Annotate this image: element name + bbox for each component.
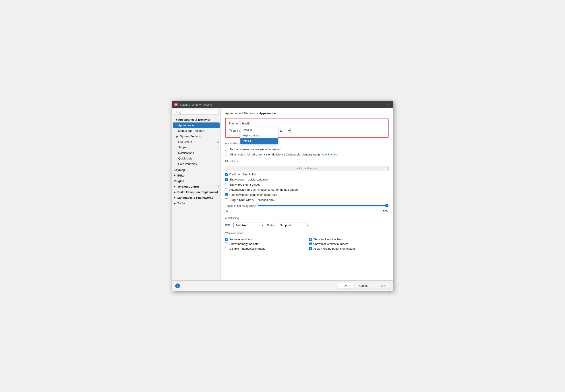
cyclic-scrolling-checkbox[interactable] <box>225 173 228 176</box>
sidebar-item-file-colors[interactable]: File Colors ⊡ <box>172 139 220 145</box>
sidebar-item-menus-toolbars[interactable]: Menus and Toolbars <box>172 128 220 134</box>
background-image-button[interactable]: Background Image... <box>225 166 388 171</box>
theme-option-high-contrast[interactable]: High contrast <box>240 133 278 138</box>
sidebar-item-notifications[interactable]: Notifications <box>172 150 220 156</box>
breadcrumb-current: Appearance <box>259 112 276 115</box>
drag-drop-text: Drag-n-Drop with ALT pressed only <box>229 198 274 202</box>
sidebar-item-version-control[interactable]: ▶ Version Control ⊡ <box>172 184 220 189</box>
screen-readers-label[interactable]: Support screen readers (requires restart… <box>225 148 282 151</box>
arrow-icon: ▾ <box>176 118 177 121</box>
tooltip-label: Tooltip initial delay (ms): <box>225 204 256 208</box>
sidebar-item-quick-lists[interactable]: Quick Lists <box>172 156 220 161</box>
color-adjust-text: Adjust colors for red-green vision defic… <box>229 153 320 156</box>
disable-mnemonics-text: Disable mnemonics in menu <box>229 247 265 250</box>
show-tree-label[interactable]: Show tree indent guides <box>225 183 260 186</box>
cyclic-scrolling-row: Cyclic scrolling in list <box>225 173 388 176</box>
ui-options-section-header: UI Options <box>225 160 388 164</box>
ok-button[interactable]: OK <box>338 283 353 289</box>
show-memory-text: Show memory indicator <box>229 242 260 246</box>
show-tool-bars-text: Show tool window bars <box>313 238 343 241</box>
auto-position-row: Automatically position mouse cursor on d… <box>225 188 388 191</box>
show-icons-checkbox[interactable] <box>225 178 228 181</box>
hide-nav-checkbox[interactable] <box>225 193 228 196</box>
dialog-body: 🔍 ▾ Appearance & Behavior Appearance Men… <box>172 108 393 280</box>
ide-antialiasing-select[interactable]: Subpixel None Greyscale <box>233 223 264 228</box>
show-tree-checkbox[interactable] <box>225 183 228 186</box>
search-icon: 🔍 <box>175 111 179 114</box>
tooltip-range-labels: 0 1200 <box>225 210 388 213</box>
use-custom-font-label[interactable]: Use cu <box>229 129 242 132</box>
disable-mnemonics-checkbox[interactable] <box>225 247 228 250</box>
dialog-title: Settings for New Projects <box>179 103 212 106</box>
theme-option-intellij[interactable]: IntelliJ <box>240 138 278 144</box>
help-button[interactable]: ? <box>175 283 180 288</box>
theme-row: Theme: IntelliJ Darcula High contrast Da… <box>229 121 385 126</box>
footer-left: ? <box>175 283 336 288</box>
sidebar-item-path-variables[interactable]: Path Variables <box>172 161 220 167</box>
drag-drop-label[interactable]: Drag-n-Drop with ALT pressed only <box>225 198 274 202</box>
size-select[interactable]: 12 <box>277 128 291 133</box>
antialiasing-row: IDE: Subpixel None Greyscale ▾ Editor: S… <box>225 223 388 228</box>
breadcrumb-part1: Appearance & Behavior <box>225 112 255 115</box>
sidebar-item-scopes[interactable]: Scopes ⊡ <box>172 145 220 150</box>
window-options-section-header: Window Options <box>225 232 388 236</box>
close-button[interactable]: × <box>387 102 391 107</box>
sidebar-item-build[interactable]: ▶ Build, Execution, Deployment <box>172 189 220 195</box>
show-tool-bars-checkbox[interactable] <box>309 238 312 241</box>
size-dropdown-wrapper[interactable]: 12 ▾ <box>277 128 291 133</box>
screen-readers-checkbox[interactable] <box>225 148 228 151</box>
color-adjust-label[interactable]: Adjust colors for red-green vision defic… <box>225 153 320 156</box>
app-icon: P <box>174 103 178 106</box>
search-input[interactable] <box>179 111 217 114</box>
allow-merging-checkbox[interactable] <box>309 247 312 250</box>
dialog-footer: ? OK Cancel Apply <box>172 280 393 291</box>
editor-antialiasing-wrapper[interactable]: Subpixel None Greyscale ▾ <box>278 223 309 228</box>
theme-popup: Darcula High contrast IntelliJ <box>240 127 278 144</box>
breadcrumb: Appearance & Behavior › Appearance <box>225 112 388 115</box>
main-content: Appearance & Behavior › Appearance Theme… <box>221 108 393 280</box>
search-box[interactable]: 🔍 <box>174 110 219 115</box>
drag-drop-checkbox[interactable] <box>225 198 228 201</box>
auto-position-checkbox[interactable] <box>225 188 228 191</box>
sidebar-item-keymap[interactable]: Keymap <box>172 167 220 173</box>
how-it-works-link[interactable]: How it works <box>321 153 338 156</box>
color-adjust-checkbox[interactable] <box>225 153 228 156</box>
cancel-button[interactable]: Cancel <box>355 283 372 289</box>
show-icons-label[interactable]: Show icons in quick navigation <box>225 178 269 181</box>
show-memory-label[interactable]: Show memory indicator <box>225 242 305 246</box>
theme-select[interactable]: IntelliJ Darcula High contrast <box>240 121 278 126</box>
show-memory-checkbox[interactable] <box>225 242 228 245</box>
animate-windows-label[interactable]: Animate windows <box>225 238 305 241</box>
sidebar-item-tools[interactable]: ▶ Tools <box>172 200 220 206</box>
copy-icon-vc: ⊡ <box>217 185 219 188</box>
tooltip-slider-container[interactable] <box>258 204 388 208</box>
animate-windows-text: Animate windows <box>229 238 252 241</box>
color-adjust-row: Adjust colors for red-green vision defic… <box>225 153 388 156</box>
theme-option-darcula[interactable]: Darcula <box>240 127 278 133</box>
sidebar-item-appearance[interactable]: Appearance <box>173 123 220 128</box>
sidebar-item-appearance-behavior[interactable]: ▾ Appearance & Behavior <box>172 117 220 123</box>
tooltip-slider[interactable] <box>258 204 388 207</box>
disable-mnemonics-label[interactable]: Disable mnemonics in menu <box>225 247 305 250</box>
sidebar-item-editor[interactable]: ▶ Editor <box>172 173 220 178</box>
show-tree-text: Show tree indent guides <box>229 183 260 186</box>
ide-antialiasing-label: IDE: <box>225 224 231 227</box>
apply-button[interactable]: Apply <box>374 283 390 289</box>
ide-antialiasing-wrapper[interactable]: Subpixel None Greyscale ▾ <box>233 223 264 228</box>
show-tool-numbers-label[interactable]: Show tool window numbers <box>309 242 388 246</box>
theme-dropdown-wrapper[interactable]: IntelliJ Darcula High contrast Darcula H… <box>240 121 278 126</box>
editor-antialiasing-select[interactable]: Subpixel None Greyscale <box>278 223 309 228</box>
show-tool-numbers-checkbox[interactable] <box>309 242 312 245</box>
sidebar-item-system-settings[interactable]: ▶ System Settings <box>172 134 220 139</box>
theme-label: Theme: <box>229 122 238 125</box>
show-icons-text: Show icons in quick navigation <box>229 178 269 181</box>
cyclic-scrolling-label[interactable]: Cyclic scrolling in list <box>225 173 256 176</box>
show-tool-bars-label[interactable]: Show tool window bars <box>309 238 388 241</box>
auto-position-label[interactable]: Automatically position mouse cursor on d… <box>225 188 298 191</box>
sidebar-item-languages[interactable]: ▶ Languages & Frameworks <box>172 195 220 200</box>
animate-windows-checkbox[interactable] <box>225 238 228 241</box>
allow-merging-label[interactable]: Allow merging buttons on dialogs <box>309 247 388 250</box>
sidebar-item-plugins[interactable]: Plugins <box>172 178 220 184</box>
hide-nav-label[interactable]: Hide navigation popups on focus loss <box>225 193 277 196</box>
use-custom-font-checkbox[interactable] <box>229 129 232 132</box>
